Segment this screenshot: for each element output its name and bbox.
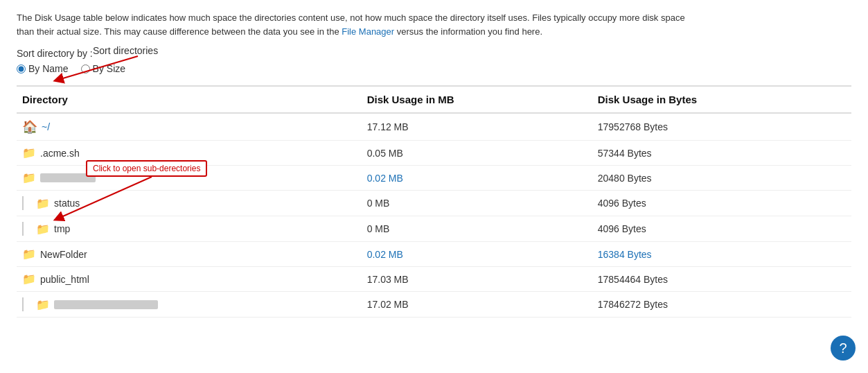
bytes-cell-3: 4096 Bytes xyxy=(592,191,851,216)
home-icon: 🏠 xyxy=(22,119,37,135)
bytes-cell-4: 4096 Bytes xyxy=(592,216,851,242)
bytes-cell-6: 17854464 Bytes xyxy=(592,267,851,292)
table-row: 📁status0 MB4096 Bytes xyxy=(17,191,851,216)
col-bytes: Disk Usage in Bytes xyxy=(592,86,851,113)
table-row: 📁17.02 MB17846272 Bytes xyxy=(17,292,851,318)
table-row: 📁tmp0 MB4096 Bytes xyxy=(17,216,851,242)
dir-cell-5: 📁NewFolder xyxy=(17,242,362,267)
dir-name[interactable]: public_html xyxy=(40,274,89,285)
bytes-cell-1: 57344 Bytes xyxy=(592,141,851,166)
radio-by-name-input[interactable] xyxy=(17,64,26,73)
radio-row: By Name By Size xyxy=(17,63,851,74)
bytes-cell-7: 17846272 Bytes xyxy=(592,292,851,318)
mb-cell-3: 0 MB xyxy=(362,191,592,216)
mb-cell-0: 17.12 MB xyxy=(362,113,592,141)
sort-callout-box: Sort directories xyxy=(93,45,158,56)
sort-option2-label: By Size xyxy=(93,63,125,74)
dir-name[interactable]: tmp xyxy=(54,223,70,234)
mb-cell-1: 0.05 MB xyxy=(362,141,592,166)
table-header-row: Directory Disk Usage in MB Disk Usage in… xyxy=(17,86,851,113)
folder-icon: 📁 xyxy=(22,146,36,159)
mb-cell-2: 0.02 MB xyxy=(362,166,592,191)
folder-icon: 📁 xyxy=(22,272,36,286)
dir-name[interactable]: NewFolder xyxy=(40,249,87,260)
dir-cell-7: 📁 xyxy=(17,292,362,318)
table-row: 🏠~/17.12 MB17952768 Bytes xyxy=(17,113,851,141)
mb-cell-6: 17.03 MB xyxy=(362,267,592,292)
subdir-callout-label: Click to open sub-derectories xyxy=(93,164,200,173)
table-row: 📁NewFolder0.02 MB16384 Bytes xyxy=(17,242,851,267)
folder-icon: 📁 xyxy=(22,248,36,261)
dir-cell-0: 🏠~/ xyxy=(17,113,362,141)
dir-cell-4: 📁tmp xyxy=(17,216,362,242)
info-line3: versus the information you find here. xyxy=(394,26,542,37)
col-mb: Disk Usage in MB xyxy=(362,86,592,113)
col-directory: Directory xyxy=(17,86,362,113)
dir-name[interactable]: .acme.sh xyxy=(40,148,80,159)
info-text: The Disk Usage table below indicates how… xyxy=(17,11,848,38)
table-row: 📁public_html17.03 MB17854464 Bytes xyxy=(17,267,851,292)
disk-usage-table: Directory Disk Usage in MB Disk Usage in… xyxy=(17,85,851,318)
info-line2: than their actual size. This may cause d… xyxy=(17,26,342,37)
bytes-cell-0: 17952768 Bytes xyxy=(592,113,851,141)
mb-cell-7: 17.02 MB xyxy=(362,292,592,318)
sort-callout-label: Sort directories xyxy=(93,45,158,56)
folder-icon: 📁 xyxy=(36,298,50,311)
subdir-callout-box: Click to open sub-derectories xyxy=(86,160,207,177)
radio-by-size-input[interactable] xyxy=(81,64,90,73)
sort-option1-label: By Name xyxy=(28,63,69,74)
radio-by-name[interactable]: By Name xyxy=(17,63,69,74)
folder-icon: 📁 xyxy=(36,197,50,210)
sort-label: Sort directory by : xyxy=(17,48,93,59)
info-line1: The Disk Usage table below indicates how… xyxy=(17,12,685,23)
blurred-name2 xyxy=(54,300,158,309)
mb-cell-5: 0.02 MB xyxy=(362,242,592,267)
bytes-cell-2: 20480 Bytes xyxy=(592,166,851,191)
folder-icon: 📁 xyxy=(36,223,50,236)
dir-name[interactable]: ~/ xyxy=(42,121,50,132)
dir-name[interactable]: status xyxy=(54,198,80,209)
sort-row: Sort directory by : Sort directories xyxy=(17,48,851,59)
bytes-cell-5: 16384 Bytes xyxy=(592,242,851,267)
dir-cell-6: 📁public_html xyxy=(17,267,362,292)
file-manager-link[interactable]: File Manager xyxy=(342,26,394,37)
mb-cell-4: 0 MB xyxy=(362,216,592,242)
folder-icon-gray: 📁 xyxy=(22,171,36,184)
dir-cell-3: 📁status xyxy=(17,191,362,216)
radio-by-size[interactable]: By Size xyxy=(81,63,125,74)
